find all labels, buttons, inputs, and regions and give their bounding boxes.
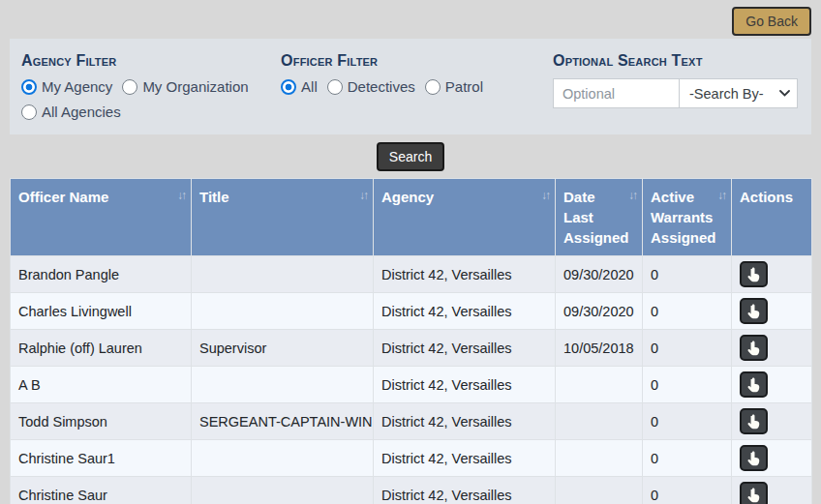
agency-cell: District 42, Versailles bbox=[374, 330, 556, 367]
actions-cell bbox=[732, 256, 812, 293]
agency-cell: District 42, Versailles bbox=[374, 256, 556, 293]
radio-option-label: All bbox=[301, 78, 318, 95]
column-header-name[interactable]: Officer Name↓↑ bbox=[11, 179, 192, 256]
optional-search-input[interactable] bbox=[553, 78, 679, 108]
column-header-title[interactable]: Title↓↑ bbox=[192, 179, 374, 256]
title-cell: SERGEANT-CAPTAIN-WIN bbox=[192, 403, 374, 440]
sort-icon[interactable]: ↓↑ bbox=[541, 188, 549, 204]
officer-table-body: Brandon PangleDistrict 42, Versailles09/… bbox=[11, 256, 812, 504]
actions-cell bbox=[732, 293, 812, 330]
active-warrants-cell: 0 bbox=[643, 367, 732, 403]
table-row: Christine SaurDistrict 42, Versailles0 bbox=[11, 477, 812, 504]
title-cell bbox=[192, 440, 374, 477]
date-last-assigned-cell bbox=[556, 403, 643, 440]
agency-radio-button-all-agencies[interactable] bbox=[21, 104, 37, 120]
sort-icon[interactable]: ↓↑ bbox=[177, 188, 185, 204]
select-officer-button[interactable] bbox=[740, 298, 768, 324]
search-input-group: -Search By- bbox=[553, 78, 798, 108]
radio-option-agency-my-organization[interactable]: My Organization bbox=[122, 78, 248, 95]
column-header-date[interactable]: Date Last Assigned↓↑ bbox=[556, 179, 643, 256]
table-row: Todd SimpsonSERGEANT-CAPTAIN-WINDistrict… bbox=[11, 403, 812, 440]
table-row: Ralphie (off) LaurenSupervisorDistrict 4… bbox=[11, 330, 812, 367]
officer-name-cell: Christine Saur1 bbox=[11, 440, 192, 477]
officer-radio-button-patrol[interactable] bbox=[425, 79, 441, 95]
agency-filter-radio-group: My AgencyMy OrganizationAll Agencies bbox=[21, 78, 268, 120]
agency-cell: District 42, Versailles bbox=[374, 440, 556, 477]
column-header-actions: Actions bbox=[732, 179, 812, 256]
select-officer-button[interactable] bbox=[740, 482, 768, 504]
sort-icon[interactable]: ↓↑ bbox=[628, 188, 636, 204]
radio-option-agency-my-agency[interactable]: My Agency bbox=[21, 78, 112, 95]
actions-cell bbox=[732, 330, 812, 367]
active-warrants-cell: 0 bbox=[643, 477, 732, 504]
agency-radio-button-my-organization[interactable] bbox=[122, 79, 137, 95]
date-last-assigned-cell: 09/30/2020 bbox=[556, 256, 643, 293]
title-cell: Supervisor bbox=[192, 330, 374, 367]
officer-radio-button-all[interactable] bbox=[281, 79, 296, 95]
date-last-assigned-cell: 10/05/2018 bbox=[556, 330, 643, 367]
select-officer-button[interactable] bbox=[740, 408, 768, 434]
active-warrants-cell: 0 bbox=[643, 256, 732, 293]
officer-name-cell: A B bbox=[11, 367, 192, 403]
column-header-label: Active Warrants Assigned bbox=[651, 189, 716, 246]
radio-option-officer-patrol[interactable]: Patrol bbox=[425, 78, 483, 95]
officer-filter-title: Officer Filter bbox=[281, 52, 553, 70]
optional-search-section: Optional Search Text -Search By- bbox=[553, 39, 811, 134]
hand-pointer-icon bbox=[746, 267, 761, 282]
column-header-label: Actions bbox=[740, 189, 793, 205]
search-by-select-wrap: -Search By- bbox=[679, 78, 798, 108]
select-officer-button[interactable] bbox=[740, 261, 768, 287]
radio-option-label: My Organization bbox=[142, 78, 248, 95]
radio-option-officer-all[interactable]: All bbox=[281, 78, 318, 95]
select-officer-button[interactable] bbox=[740, 335, 768, 361]
date-last-assigned-cell: 09/30/2020 bbox=[556, 293, 643, 330]
column-header-label: Title bbox=[199, 189, 229, 205]
actions-cell bbox=[732, 477, 812, 504]
radio-option-label: All Agencies bbox=[42, 104, 121, 120]
actions-cell bbox=[732, 367, 812, 403]
officer-name-cell: Christine Saur bbox=[11, 477, 192, 504]
title-cell bbox=[192, 367, 374, 403]
column-header-warrants[interactable]: Active Warrants Assigned↓↑ bbox=[643, 179, 732, 256]
hand-pointer-icon bbox=[746, 304, 761, 319]
hand-pointer-icon bbox=[746, 414, 761, 430]
radio-option-label: Detectives bbox=[348, 78, 415, 95]
actions-cell bbox=[732, 403, 812, 440]
officer-filter-section: Officer Filter AllDetectivesPatrol bbox=[281, 39, 553, 134]
table-row: Brandon PangleDistrict 42, Versailles09/… bbox=[11, 256, 812, 293]
agency-cell: District 42, Versailles bbox=[374, 367, 556, 403]
table-row: Charles LivingwellDistrict 42, Versaille… bbox=[11, 293, 812, 330]
officer-name-cell: Todd Simpson bbox=[11, 403, 192, 440]
radio-option-label: My Agency bbox=[42, 78, 112, 95]
filter-panel: Agency Filter My AgencyMy OrganizationAl… bbox=[10, 39, 811, 134]
search-button-row: Search bbox=[0, 134, 821, 178]
radio-option-agency-all-agencies[interactable]: All Agencies bbox=[21, 104, 121, 120]
select-officer-button[interactable] bbox=[740, 371, 768, 398]
select-officer-button[interactable] bbox=[740, 445, 768, 471]
officer-radio-button-detectives[interactable] bbox=[327, 79, 343, 95]
column-header-label: Agency bbox=[381, 189, 434, 205]
officer-name-cell: Brandon Pangle bbox=[11, 256, 192, 293]
column-header-agency[interactable]: Agency↓↑ bbox=[374, 179, 556, 256]
search-button[interactable]: Search bbox=[377, 142, 444, 171]
hand-pointer-icon bbox=[746, 377, 761, 393]
header-row: Officer Name↓↑Title↓↑Agency↓↑Date Last A… bbox=[11, 179, 812, 256]
officer-filter-radio-group: AllDetectivesPatrol bbox=[281, 78, 528, 95]
date-last-assigned-cell bbox=[556, 477, 643, 504]
table-row: Christine Saur1District 42, Versailles0 bbox=[11, 440, 812, 477]
officer-table: Officer Name↓↑Title↓↑Agency↓↑Date Last A… bbox=[10, 178, 812, 504]
go-back-button[interactable]: Go Back bbox=[732, 7, 811, 36]
radio-option-officer-detectives[interactable]: Detectives bbox=[327, 78, 415, 95]
active-warrants-cell: 0 bbox=[643, 293, 732, 330]
agency-cell: District 42, Versailles bbox=[374, 477, 556, 504]
sort-icon[interactable]: ↓↑ bbox=[717, 188, 725, 204]
title-cell bbox=[192, 293, 374, 330]
date-last-assigned-cell bbox=[556, 367, 643, 403]
optional-search-title: Optional Search Text bbox=[553, 52, 798, 70]
actions-cell bbox=[732, 440, 812, 477]
officer-name-cell: Charles Livingwell bbox=[11, 293, 192, 330]
hand-pointer-icon bbox=[746, 341, 761, 356]
search-by-select[interactable]: -Search By- bbox=[679, 78, 798, 108]
sort-icon[interactable]: ↓↑ bbox=[359, 188, 367, 204]
agency-radio-button-my-agency[interactable] bbox=[21, 79, 37, 95]
